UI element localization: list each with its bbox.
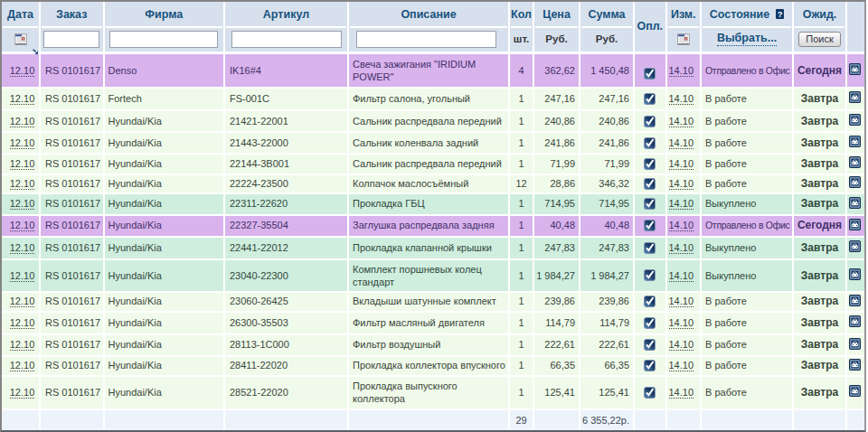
svg-text:?: ? <box>778 9 783 19</box>
